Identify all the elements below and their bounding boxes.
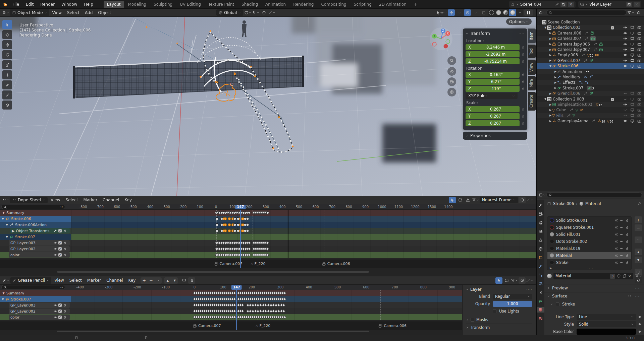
viewport-3d[interactable]: Object ModeViewSelectAddObjectGlobalUser… — [0, 9, 536, 196]
menu-view[interactable]: View — [48, 196, 62, 204]
checkbox[interactable] — [493, 310, 496, 313]
keyframe[interactable] — [233, 229, 236, 232]
outliner-row[interactable]: ▶▽Fills▽ — [537, 113, 644, 118]
shading-wireframe-button[interactable] — [488, 9, 495, 16]
keyframe[interactable] — [216, 223, 219, 226]
channel-row[interactable]: ▼Stroke.007 — [0, 296, 462, 302]
channel-search[interactable]: ↔ — [1, 285, 65, 289]
outliner-item-label[interactable]: Stroke.006 — [557, 64, 578, 68]
checkbox[interactable]: ✓ — [58, 229, 62, 232]
channel-row[interactable]: GP_Layer.002✓ — [0, 246, 536, 252]
editor-type-button[interactable] — [539, 192, 546, 198]
workspace-tab-uv-editing[interactable]: UV Editing — [176, 1, 204, 8]
checkbox[interactable]: ✓ — [58, 247, 62, 251]
disclosure-triangle[interactable]: ▶ — [554, 70, 557, 73]
markers-region[interactable]: Camera.007△F_220Camera.006 — [0, 260, 536, 268]
transform-rotation-x[interactable]: X-0.163° — [466, 72, 520, 78]
workspace-tab-animation[interactable]: Animation — [262, 1, 289, 8]
animate-dot[interactable] — [639, 323, 641, 325]
unlink-icon[interactable]: × — [628, 274, 631, 278]
proportional-falloff-button[interactable] — [268, 9, 275, 16]
checkbox[interactable] — [556, 302, 559, 306]
transform-location-x[interactable]: X8.2446 m — [466, 44, 520, 50]
timeline-marker[interactable]: Camera.006 — [322, 262, 350, 266]
disclosure-triangle[interactable]: ▶ — [554, 81, 557, 84]
outliner-item-label[interactable]: GPencil.007 — [557, 58, 580, 63]
material-name-field[interactable]: Material3× — [553, 273, 633, 279]
panel-grip[interactable]: ···· — [519, 31, 525, 36]
keyframe[interactable] — [233, 217, 236, 220]
outliner-item-label[interactable]: Effects — [562, 80, 576, 85]
pause-render-button[interactable] — [524, 9, 533, 16]
checkbox[interactable] — [471, 318, 474, 322]
box-select-button[interactable] — [457, 197, 464, 203]
users-count[interactable]: 3 — [610, 274, 615, 279]
keyframe[interactable] — [241, 310, 244, 313]
remove-key-button[interactable]: − — [148, 277, 155, 284]
outliner-row[interactable]: ▶Stroke.0073 — [537, 85, 644, 91]
disclosure-triangle[interactable]: ▶ — [549, 31, 552, 35]
keyframe[interactable] — [224, 217, 227, 220]
camera-view-button[interactable] — [447, 77, 456, 86]
xray-toggle[interactable] — [480, 9, 487, 16]
tab-object[interactable] — [537, 255, 544, 260]
channel-row[interactable]: ▼Summary — [0, 290, 462, 296]
outliner-item-label[interactable]: Camera.007 — [557, 36, 581, 41]
show-gizmo-toggle[interactable] — [448, 9, 455, 16]
perspective-toggle-button[interactable] — [447, 88, 456, 96]
transform-subpanel[interactable]: Transform — [466, 324, 532, 330]
tab-tool[interactable] — [537, 202, 544, 208]
add-key-button[interactable]: + — [141, 277, 148, 284]
material-slot[interactable]: Material — [547, 252, 631, 259]
viewport-menu-select[interactable]: Select — [65, 9, 82, 17]
tab-constraints[interactable] — [537, 289, 544, 295]
preview-panel-header[interactable]: Preview···· — [544, 284, 644, 292]
outliner-row[interactable]: ▶Modifiers — [537, 74, 644, 80]
channel-row[interactable]: color✓ — [0, 314, 462, 320]
checkbox[interactable]: ✓ — [58, 241, 62, 245]
material-slot[interactable]: Stroke — [547, 259, 631, 266]
tab-view-layer[interactable] — [537, 228, 544, 234]
surface-panel-header[interactable]: Surface···· — [544, 292, 644, 300]
zoom-button[interactable] — [447, 56, 456, 65]
editor-mode-select[interactable]: Dope Sheet — [10, 197, 48, 203]
filter-button[interactable] — [511, 277, 518, 284]
timeline-marker[interactable]: △F_220 — [256, 324, 271, 328]
outliner-row[interactable]: ▼Stroke.006 — [537, 63, 644, 69]
rotate-tool[interactable] — [2, 50, 12, 59]
new-view-layer-button[interactable] — [626, 2, 632, 7]
outliner[interactable]: Scene Collection▼Collection.003✓▶Camera.… — [537, 9, 644, 191]
keyframe[interactable] — [246, 229, 249, 232]
disclosure-triangle[interactable]: ▶ — [549, 37, 552, 40]
viewport-menu-object[interactable]: Object — [96, 9, 113, 17]
material-slot[interactable]: Material.019 — [547, 245, 631, 252]
show-overlays-toggle[interactable] — [464, 9, 471, 16]
add-slot-button[interactable]: + — [635, 216, 642, 223]
move-channel-down-button[interactable]: ▼ — [171, 277, 178, 284]
tab-object-data[interactable] — [537, 298, 544, 304]
sidebar-tab-item[interactable]: Item — [528, 28, 536, 43]
channel-row[interactable]: GP_Layer.003✓ — [0, 240, 536, 246]
tab-render[interactable] — [537, 211, 544, 217]
outliner-row[interactable]: ▶SimpleLattice.003▽12 — [537, 102, 644, 107]
select-tweak-button[interactable] — [495, 277, 502, 284]
outliner-row[interactable]: ▶GameplayArena29▽99 — [537, 118, 644, 124]
sidebar-tab-create[interactable]: Create — [528, 92, 536, 111]
viewport-menu-add[interactable]: Add — [83, 9, 95, 17]
view-layer-selector[interactable]: View Layer× — [578, 1, 641, 8]
sidebar-tab-tool[interactable]: Tool — [528, 45, 536, 58]
transform-rotation-y[interactable]: Y-6.27° — [466, 79, 520, 85]
app-menu-window[interactable]: Window — [58, 1, 80, 7]
outliner-item-label[interactable]: Collection.003 — [553, 25, 581, 30]
grease-pencil-dope-sheet[interactable]: Grease PencilViewSelectMarkerChannelKey+… — [0, 276, 536, 335]
lock-channels-button[interactable] — [188, 277, 195, 284]
checkbox[interactable]: ✓ — [58, 310, 62, 313]
menu-marker[interactable]: Marker — [85, 276, 103, 284]
channel-row[interactable]: GP_Layer.002✓ — [0, 308, 462, 314]
disclosure-triangle[interactable]: ▶ — [549, 92, 552, 95]
outliner-item-label[interactable]: Camera.fspy.006 — [557, 42, 590, 47]
disclosure-triangle[interactable]: ▼ — [549, 65, 552, 68]
channel-rows[interactable]: ▼Summary▼Stroke.007GP_Layer.003✓GP_Layer… — [0, 290, 462, 320]
keyframe[interactable] — [228, 229, 231, 232]
outliner-item-label[interactable]: Camera.006 — [557, 31, 581, 36]
